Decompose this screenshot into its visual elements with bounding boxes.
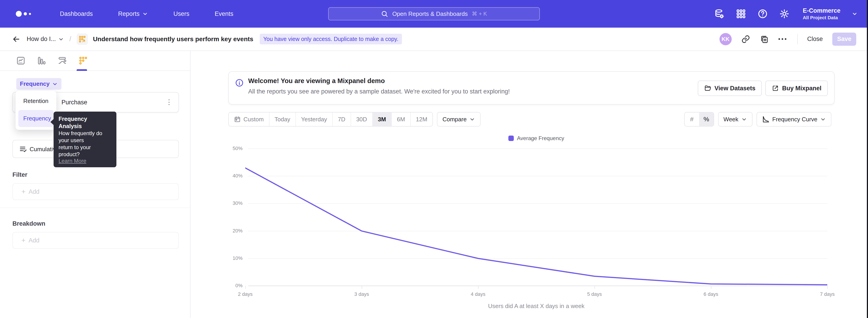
external-link-icon [772,85,779,92]
filter-add-button[interactable]: + Add [12,183,179,200]
x-axis-label: 2 days [232,291,259,297]
x-axis-label: 6 days [698,291,724,297]
tooltip-body-2: return to your product? [59,144,112,158]
menu-item-retention[interactable]: Retention [18,93,54,109]
view-only-notice[interactable]: You have view only access. Duplicate to … [260,34,402,45]
search-icon [381,10,388,18]
chart-caption: Users did A at least X days in a week [245,302,827,310]
apps-grid-icon[interactable] [736,9,746,19]
project-switcher[interactable]: E-Commerce All Project Data [803,7,840,20]
tooltip-body-1: How frequently do your users [59,130,112,144]
settings-gear-icon[interactable] [779,9,789,19]
back-arrow-icon[interactable] [12,35,21,44]
x-axis-label: 4 days [465,291,492,297]
chevron-down-icon [142,11,148,17]
breadcrumb[interactable]: How do I... [27,35,64,42]
legend-swatch [508,136,514,141]
mixpanel-app: Dashboards Reports Users Events Open Rep… [0,0,868,318]
breakdown-heading: Breakdown [12,220,45,227]
data-management-icon[interactable] [714,9,724,19]
global-search-input[interactable]: Open Reports & Dashboards ⌘ + K [328,7,540,20]
more-options-icon[interactable]: ••• [778,35,788,42]
x-axis-tick [711,286,711,289]
range-3m-active[interactable]: 3M [373,113,392,126]
chart-legend[interactable]: Average Frequency [245,135,827,141]
tab-retention-icon[interactable] [79,56,88,65]
x-axis-tick [594,286,595,289]
close-button[interactable]: Close [807,35,823,42]
project-scope: All Project Data [803,15,840,20]
chart-type-dropdown[interactable]: Frequency Curve [756,112,831,126]
x-axis-tick [827,286,828,289]
breadcrumb-separator: / [69,35,71,43]
learn-more-link[interactable]: Learn More [59,158,112,164]
mixpanel-logo-icon[interactable] [16,11,31,17]
range-custom[interactable]: Custom [229,113,270,126]
plus-icon: + [22,236,26,244]
view-datasets-button[interactable]: View Datasets [698,81,762,96]
nav-dashboards[interactable]: Dashboards [60,10,93,18]
tab-funnels-icon[interactable] [37,56,46,65]
buy-mixpanel-button[interactable]: Buy Mixpanel [765,81,828,96]
absolute-toggle[interactable]: # [685,113,699,126]
gridline [248,286,827,286]
search-placeholder: Open Reports & Dashboards [392,10,468,18]
legend-label: Average Frequency [517,135,564,141]
active-tab-indicator [76,69,87,71]
tab-flows-icon[interactable] [58,56,67,65]
y-axis-label: 40% [220,173,243,179]
banner-actions: View Datasets Buy Mixpanel [698,81,828,96]
chevron-down-icon [52,81,58,87]
calendar-icon [234,116,241,123]
search-shortcut: ⌘ + K [472,11,487,17]
x-axis-label: 5 days [581,291,608,297]
nav-users[interactable]: Users [174,10,189,18]
breakdown-add-button[interactable]: + Add [12,232,179,249]
measure-dropdown-trigger[interactable]: Frequency [16,78,61,90]
report-header-actions: KK ••• Close Save [719,33,868,46]
gridline [248,203,827,204]
gridline [248,258,827,259]
save-button[interactable]: Save [832,33,856,46]
help-icon[interactable] [757,9,768,19]
chevron-down-icon [852,11,858,17]
x-axis-tick [478,286,478,289]
list-check-icon [19,145,28,154]
avatar[interactable]: KK [719,33,732,45]
event-kebab-icon[interactable]: ⋮ [166,98,173,106]
y-axis-label: 20% [220,228,243,234]
plus-icon: + [22,188,26,196]
range-7d[interactable]: 7D [333,113,351,126]
range-30d[interactable]: 30D [351,113,373,126]
gridline [248,176,827,176]
query-sidebar: Frequency Purchase ⋮ Retention Frequency… [0,51,191,318]
duplicate-icon[interactable] [760,35,769,44]
interval-dropdown[interactable]: Week [718,112,752,126]
frequency-line-series[interactable] [245,149,827,288]
range-today[interactable]: Today [270,113,296,126]
nav-right-cluster: E-Commerce All Project Data [714,7,858,20]
x-axis-label: 3 days [348,291,375,297]
tab-insights-icon[interactable] [16,56,25,65]
range-12m[interactable]: 12M [411,113,433,126]
compare-button[interactable]: Compare [437,112,480,126]
date-range-picker: Custom Today Yesterday 7D 30D 3M 6M 12M [228,112,433,126]
demo-banner: Welcome! You are viewing a Mixpanel demo… [228,71,835,105]
top-nav: Dashboards Reports Users Events Open Rep… [0,0,868,28]
nav-reports[interactable]: Reports [118,10,148,18]
project-name: E-Commerce [803,7,840,14]
menu-item-frequency[interactable]: Frequency [18,110,54,127]
report-header: How do I... / Understand how frequently … [0,28,868,51]
range-yesterday[interactable]: Yesterday [296,113,333,126]
range-6m[interactable]: 6M [392,113,411,126]
copy-link-icon[interactable] [741,35,750,44]
nav-events[interactable]: Events [215,10,234,18]
tooltip-title: Frequency Analysis [59,115,112,130]
percent-toggle-active[interactable]: % [699,113,714,126]
primary-nav: Dashboards Reports Users Events [60,10,233,18]
retention-report-icon [76,33,88,45]
report-title: Understand how frequently users perform … [93,35,253,43]
frequency-tooltip: Frequency Analysis How frequently do you… [54,112,116,167]
frequency-curve-icon [762,115,770,123]
gridline [248,148,827,149]
